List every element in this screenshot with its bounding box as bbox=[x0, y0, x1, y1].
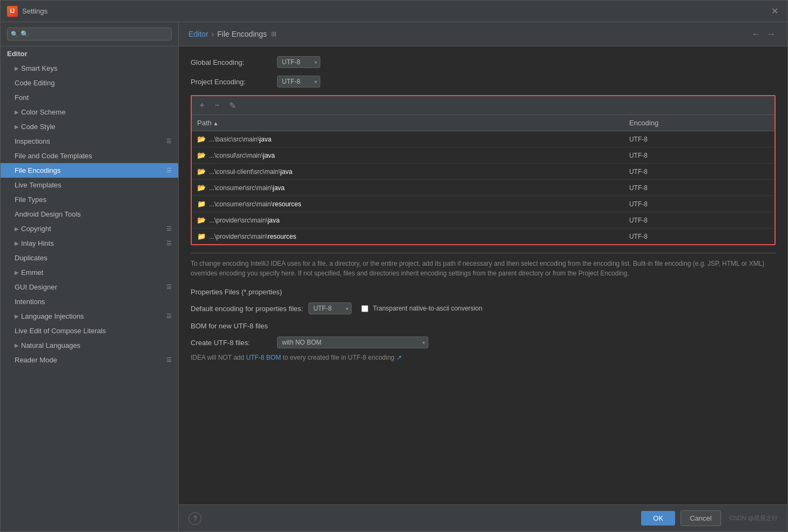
sidebar-item-duplicates[interactable]: Duplicates bbox=[1, 251, 178, 265]
global-encoding-select[interactable]: UTF-8 bbox=[277, 56, 320, 68]
sidebar-item-font[interactable]: Font bbox=[1, 90, 178, 105]
bom-dropdown-select[interactable]: with NO BOM with BOM bbox=[277, 336, 428, 348]
nav-back-button[interactable]: ← bbox=[750, 28, 763, 41]
properties-encoding-select[interactable]: UTF-8 bbox=[308, 302, 352, 314]
cancel-button[interactable]: Cancel bbox=[681, 510, 720, 526]
encoding-cell: UTF-8 bbox=[624, 131, 774, 147]
badge-icon: ☰ bbox=[166, 284, 172, 291]
table-row[interactable]: 📂 ...\consul\src\main\java UTF-8 bbox=[192, 147, 774, 164]
add-row-button[interactable]: + bbox=[196, 99, 208, 111]
bom-link[interactable]: UTF-8 BOM bbox=[246, 354, 281, 361]
sidebar-item-inspections[interactable]: Inspections ☰ bbox=[1, 134, 178, 149]
badge-icon: ☰ bbox=[166, 313, 172, 320]
sidebar-item-code-style[interactable]: ▶ Code Style bbox=[1, 119, 178, 134]
sidebar-item-intentions[interactable]: Intentions bbox=[1, 294, 178, 309]
bom-note-suffix: to every created file in UTF-8 encoding bbox=[281, 354, 394, 361]
close-button[interactable]: ✕ bbox=[768, 5, 781, 18]
window-title: Settings bbox=[22, 7, 768, 15]
panel-header: Editor › File Encodings ⊞ ← → bbox=[179, 22, 787, 46]
properties-encoding-dropdown-wrapper: UTF-8 bbox=[308, 302, 352, 314]
properties-encoding-label: Default encoding for properties files: bbox=[191, 305, 303, 313]
badge-icon: ☰ bbox=[166, 138, 172, 145]
sidebar-item-file-and-code-templates[interactable]: File and Code Templates bbox=[1, 149, 178, 163]
breadcrumb-separator: › bbox=[212, 30, 214, 38]
search-input[interactable] bbox=[7, 28, 172, 41]
expand-arrow: ▶ bbox=[15, 313, 19, 319]
folder-icon: 📁 bbox=[197, 232, 206, 240]
expand-arrow: ▶ bbox=[15, 226, 19, 232]
col-path[interactable]: Path bbox=[192, 115, 624, 131]
expand-arrow: ▶ bbox=[15, 65, 19, 71]
help-button[interactable]: ? bbox=[188, 512, 201, 525]
bom-title: BOM for new UTF-8 files bbox=[191, 322, 776, 330]
sidebar-item-inlay-hints[interactable]: ▶ Inlay Hints ☰ bbox=[1, 236, 178, 251]
nav-forward-button[interactable]: → bbox=[765, 28, 778, 41]
path-prefix: ...\consumer\src\main\ bbox=[209, 200, 273, 208]
path-prefix: ...\basic\src\main\ bbox=[209, 136, 259, 143]
table-row[interactable]: 📂 ...\provider\src\main\java UTF-8 bbox=[192, 212, 774, 228]
sidebar-item-file-types[interactable]: File Types bbox=[1, 192, 178, 207]
sidebar-item-reader-mode[interactable]: Reader Mode ☰ bbox=[1, 353, 178, 367]
sidebar-item-file-encodings[interactable]: File Encodings ☰ bbox=[1, 163, 178, 178]
sidebar-item-live-templates[interactable]: Live Templates bbox=[1, 178, 178, 192]
path-bold: resources bbox=[273, 200, 301, 208]
sidebar-item-live-edit[interactable]: Live Edit of Compose Literals bbox=[1, 324, 178, 338]
table-row[interactable]: 📁 ...\provider\src\main\resources UTF-8 bbox=[192, 228, 774, 245]
sidebar-item-copyright[interactable]: ▶ Copyright ☰ bbox=[1, 221, 178, 236]
project-encoding-label: Project Encoding: bbox=[191, 78, 277, 86]
bottom-bar: ? OK Cancel CSDN @星辰之行 bbox=[179, 504, 787, 531]
info-text: To change encoding IntelliJ IDEA uses fo… bbox=[191, 253, 776, 278]
project-encoding-row: Project Encoding: UTF-8 bbox=[191, 76, 776, 87]
path-prefix: ...\consul-client\src\main\ bbox=[209, 168, 280, 176]
bom-create-row: Create UTF-8 files: with NO BOM with BOM bbox=[191, 336, 776, 348]
sidebar-tree: Editor ▶ Smart Keys Code Editing Font bbox=[1, 46, 178, 531]
sidebar-item-smart-keys[interactable]: ▶ Smart Keys bbox=[1, 61, 178, 76]
folder-icon: 📂 bbox=[197, 216, 206, 224]
breadcrumb-settings-icon[interactable]: ⊞ bbox=[271, 30, 277, 38]
sidebar-item-android-design-tools[interactable]: Android Design Tools bbox=[1, 207, 178, 221]
folder-icon: 📂 bbox=[197, 151, 206, 159]
global-encoding-row: Global Encoding: UTF-8 bbox=[191, 56, 776, 68]
path-bold: java bbox=[263, 152, 275, 159]
sidebar-item-emmet[interactable]: ▶ Emmet bbox=[1, 265, 178, 280]
sidebar-item-language-injections[interactable]: ▶ Language Injections ☰ bbox=[1, 309, 178, 324]
folder-icon: 📂 bbox=[197, 135, 206, 143]
table-row[interactable]: 📂 ...\consumer\src\main\java UTF-8 bbox=[192, 180, 774, 196]
breadcrumb-current: File Encodings bbox=[217, 30, 267, 38]
badge-icon: ☰ bbox=[166, 167, 172, 174]
folder-icon: 📂 bbox=[197, 184, 206, 192]
sidebar-item-code-editing[interactable]: Code Editing bbox=[1, 76, 178, 90]
sidebar-item-gui-designer[interactable]: GUI Designer ☰ bbox=[1, 280, 178, 294]
breadcrumb-link[interactable]: Editor bbox=[188, 30, 208, 38]
nav-arrows: ← → bbox=[750, 28, 778, 41]
edit-row-button[interactable]: ✎ bbox=[226, 99, 238, 111]
sidebar-item-color-scheme[interactable]: ▶ Color Scheme bbox=[1, 105, 178, 119]
table-row[interactable]: 📂 ...\consul-client\src\main\java UTF-8 bbox=[192, 164, 774, 180]
table-toolbar: + − ✎ bbox=[192, 96, 774, 115]
expand-arrow: ▶ bbox=[15, 124, 19, 130]
sidebar-item-natural-languages[interactable]: ▶ Natural Languages bbox=[1, 338, 178, 353]
remove-row-button[interactable]: − bbox=[211, 99, 223, 111]
path-bold: java bbox=[268, 217, 280, 224]
project-encoding-select[interactable]: UTF-8 bbox=[277, 76, 320, 87]
panel-body: Global Encoding: UTF-8 Project Encoding:… bbox=[179, 46, 787, 504]
path-bold: java bbox=[273, 184, 285, 192]
global-encoding-dropdown-wrapper: UTF-8 bbox=[277, 56, 320, 68]
transparent-checkbox[interactable] bbox=[361, 305, 368, 312]
badge-icon: ☰ bbox=[166, 225, 172, 232]
col-encoding: Encoding bbox=[624, 115, 774, 131]
table-row[interactable]: 📂 ...\basic\src\main\java UTF-8 bbox=[192, 131, 774, 147]
settings-window: IJ Settings ✕ 🔍 Editor ▶ Smart Keys bbox=[0, 0, 788, 532]
bom-external-link-icon[interactable]: ↗ bbox=[396, 354, 402, 361]
expand-arrow: ▶ bbox=[15, 342, 19, 348]
main-content: 🔍 Editor ▶ Smart Keys Code Editing bbox=[1, 22, 787, 531]
table-row[interactable]: 📁 ...\consumer\src\main\resources UTF-8 bbox=[192, 196, 774, 212]
path-prefix: ...\consumer\src\main\ bbox=[209, 184, 273, 192]
ok-button[interactable]: OK bbox=[641, 511, 675, 526]
project-encoding-dropdown-wrapper: UTF-8 bbox=[277, 76, 320, 87]
encoding-cell: UTF-8 bbox=[624, 212, 774, 228]
encoding-cell: UTF-8 bbox=[624, 147, 774, 164]
encoding-table-container: + − ✎ Path Encoding bbox=[191, 95, 776, 245]
path-prefix: ...\provider\src\main\ bbox=[209, 233, 268, 240]
search-icon: 🔍 bbox=[11, 31, 18, 38]
